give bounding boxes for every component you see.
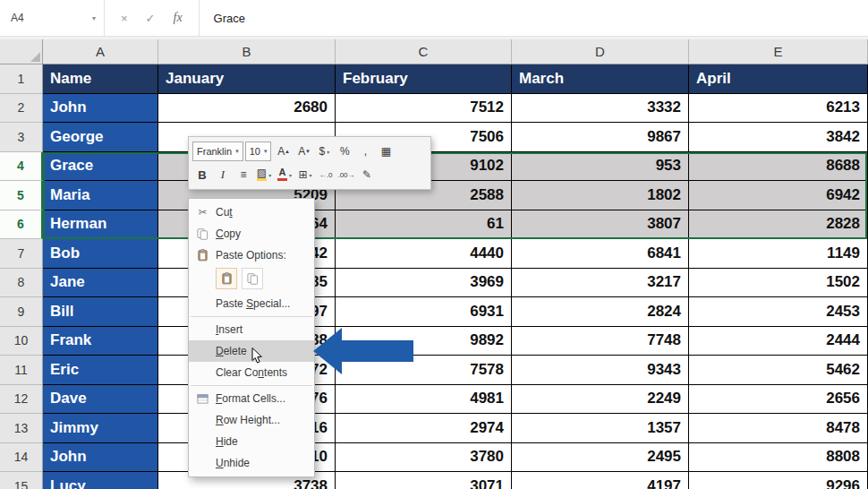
font-name-select[interactable]: Franklin ▾ — [192, 142, 243, 161]
name-box[interactable]: A4 ▾ — [0, 0, 105, 36]
row-header-13[interactable]: 13 — [0, 414, 43, 443]
fill-color-button[interactable]: ▨▾ — [254, 166, 274, 184]
cell-E9[interactable]: 2453 — [689, 297, 868, 327]
cell-D15[interactable]: 4197 — [512, 472, 689, 489]
cell-E14[interactable]: 8808 — [689, 443, 868, 473]
cell-E15[interactable]: 9296 — [689, 472, 868, 489]
cell-E6[interactable]: 2828 — [689, 210, 868, 240]
paste-keep-formatting-icon[interactable] — [216, 268, 237, 289]
format-table-button[interactable]: ▦ — [376, 142, 396, 160]
cell-D11[interactable]: 9343 — [512, 356, 689, 385]
cell-E3[interactable]: 3842 — [689, 123, 868, 152]
bold-button[interactable]: B — [192, 166, 212, 184]
cell-A11[interactable]: Eric — [43, 356, 158, 385]
cell-B2[interactable]: 2680 — [158, 94, 336, 124]
cell-A12[interactable]: Dave — [43, 385, 158, 415]
font-size-select[interactable]: 10 ▾ — [245, 142, 272, 161]
cell-D12[interactable]: 2249 — [512, 385, 689, 415]
enter-icon[interactable]: ✓ — [146, 12, 156, 25]
menu-item-format-cells[interactable]: Format Cells... — [189, 388, 314, 409]
column-header-d[interactable]: D — [512, 39, 689, 64]
shrink-font-button[interactable]: A▾ — [294, 142, 313, 160]
cell-D10[interactable]: 7748 — [512, 327, 689, 356]
decrease-decimal-button[interactable]: ←.0 — [316, 166, 336, 184]
accounting-button[interactable]: $▾ — [314, 142, 334, 160]
row-header-12[interactable]: 12 — [0, 385, 43, 415]
cell-D5[interactable]: 1802 — [512, 181, 689, 210]
formula-input[interactable]: Grace — [200, 0, 868, 36]
cell-C9[interactable]: 6931 — [336, 297, 512, 327]
cell-A13[interactable]: Jimmy — [43, 414, 158, 443]
cell-E1[interactable]: April — [689, 64, 868, 94]
row-header-2[interactable]: 2 — [0, 94, 43, 124]
cell-A6[interactable]: Herman — [43, 210, 158, 240]
cell-E10[interactable]: 2444 — [689, 327, 868, 356]
cell-C1[interactable]: February — [336, 64, 512, 94]
cell-C7[interactable]: 4440 — [336, 239, 512, 269]
row-header-14[interactable]: 14 — [0, 443, 43, 473]
menu-item-clear-contents[interactable]: Clear Contents — [189, 362, 314, 383]
row-header-3[interactable]: 3 — [0, 123, 43, 152]
cell-E13[interactable]: 8478 — [689, 414, 868, 443]
menu-item-unhide[interactable]: Unhide — [189, 452, 314, 474]
cell-A8[interactable]: Jane — [43, 269, 158, 298]
font-color-button[interactable]: A▾ — [275, 166, 294, 184]
align-center-button[interactable]: ≡ — [234, 166, 253, 184]
menu-item-row-height[interactable]: Row Height... — [189, 409, 314, 431]
row-header-5[interactable]: 5 — [0, 181, 43, 210]
menu-item-hide[interactable]: Hide — [189, 431, 314, 452]
cell-D7[interactable]: 6841 — [512, 239, 689, 269]
borders-button[interactable]: ⊞▾ — [295, 166, 315, 184]
increase-decimal-button[interactable]: .00→ — [336, 166, 356, 184]
cell-E2[interactable]: 6213 — [689, 94, 868, 124]
cell-D1[interactable]: March — [512, 64, 689, 94]
cell-C13[interactable]: 2974 — [336, 414, 512, 443]
comma-button[interactable]: , — [355, 142, 375, 160]
column-header-a[interactable]: A — [43, 39, 158, 64]
cell-A7[interactable]: Bob — [43, 239, 158, 269]
row-header-1[interactable]: 1 — [0, 64, 43, 94]
cell-A1[interactable]: Name — [43, 64, 158, 94]
cell-E7[interactable]: 1149 — [689, 239, 868, 269]
cell-A5[interactable]: Maria — [43, 181, 158, 210]
italic-button[interactable]: I — [213, 166, 233, 184]
row-header-15[interactable]: 15 — [0, 472, 43, 489]
cell-A15[interactable]: Lucy — [43, 472, 158, 489]
cell-E12[interactable]: 2656 — [689, 385, 868, 415]
cell-C15[interactable]: 3071 — [336, 472, 512, 489]
cell-D14[interactable]: 2495 — [512, 443, 689, 473]
menu-item-paste-special[interactable]: Paste Special... — [189, 293, 314, 314]
cell-C8[interactable]: 3969 — [336, 269, 512, 298]
cell-A10[interactable]: Frank — [43, 327, 158, 356]
cell-D13[interactable]: 1357 — [512, 414, 689, 443]
cell-A4[interactable]: Grace — [43, 152, 158, 182]
row-header-6[interactable]: 6 — [0, 210, 43, 240]
row-header-8[interactable]: 8 — [0, 269, 43, 298]
row-header-7[interactable]: 7 — [0, 239, 43, 269]
cell-E11[interactable]: 5462 — [689, 356, 868, 385]
cell-A14[interactable]: John — [43, 443, 158, 473]
cell-D4[interactable]: 953 — [512, 152, 689, 182]
column-header-e[interactable]: E — [689, 39, 868, 64]
cell-A3[interactable]: George — [43, 123, 158, 152]
menu-item-paste-options[interactable]: Paste Options: — [189, 244, 314, 266]
insert-function-icon[interactable]: fx — [174, 11, 183, 25]
cell-E4[interactable]: 8688 — [689, 152, 868, 182]
cell-B1[interactable]: January — [158, 64, 336, 94]
cell-A2[interactable]: John — [43, 94, 158, 124]
chevron-down-icon[interactable]: ▾ — [92, 14, 96, 22]
select-all-corner[interactable] — [0, 39, 43, 64]
cell-E8[interactable]: 1502 — [689, 269, 868, 298]
paste-values-icon[interactable] — [242, 268, 263, 289]
grow-font-button[interactable]: A▴ — [273, 142, 293, 160]
format-painter-button[interactable]: ✎ — [357, 166, 377, 184]
row-header-4[interactable]: 4 — [0, 152, 43, 182]
cell-C12[interactable]: 4981 — [336, 385, 512, 415]
cancel-icon[interactable]: × — [121, 12, 128, 25]
cell-D3[interactable]: 9867 — [512, 123, 689, 152]
cell-C14[interactable]: 3780 — [336, 443, 512, 473]
cell-C6[interactable]: 61 — [336, 210, 512, 240]
cell-A9[interactable]: Bill — [43, 297, 158, 327]
menu-item-insert[interactable]: Insert — [189, 319, 314, 340]
column-header-c[interactable]: C — [336, 39, 512, 64]
